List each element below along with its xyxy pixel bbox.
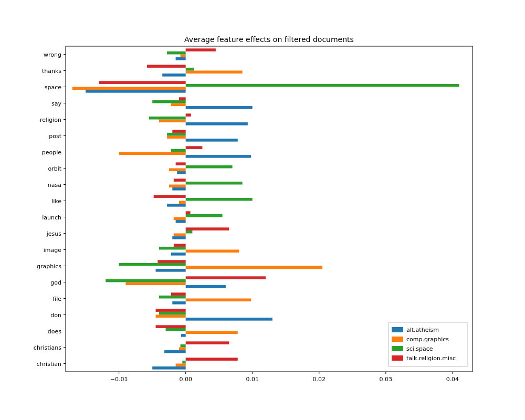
bar-religion-sci.space bbox=[149, 117, 186, 120]
bar-christians-talk.religion.misc bbox=[186, 341, 229, 344]
bar-christians-sci.space bbox=[181, 344, 186, 348]
bar-like-comp.graphics bbox=[179, 201, 186, 204]
bar-religion-comp.graphics bbox=[159, 120, 186, 123]
bar-file-comp.graphics bbox=[186, 299, 251, 302]
ytick-label: jesus bbox=[46, 230, 62, 237]
legend-swatch bbox=[392, 327, 403, 332]
bar-say-alt.atheism bbox=[186, 106, 253, 109]
bar-thanks-alt.atheism bbox=[162, 74, 185, 77]
ytick-layer: christianchristiansdoesdonfilegodgraphic… bbox=[34, 51, 66, 368]
chart-title: Average feature effects on filtered docu… bbox=[184, 35, 354, 44]
bar-people-talk.religion.misc bbox=[186, 146, 203, 149]
legend-label: talk.religion.misc bbox=[406, 355, 456, 362]
legend-swatch bbox=[392, 337, 403, 342]
xtick-label: 0.03 bbox=[380, 376, 393, 383]
bar-christians-comp.graphics bbox=[179, 348, 186, 351]
bar-launch-comp.graphics bbox=[174, 217, 186, 220]
ytick-label: religion bbox=[40, 117, 61, 123]
bar-post-sci.space bbox=[167, 133, 186, 136]
bar-wrong-comp.graphics bbox=[181, 55, 186, 58]
bar-people-comp.graphics bbox=[119, 152, 186, 155]
bar-graphics-sci.space bbox=[119, 263, 186, 266]
ytick-label: post bbox=[49, 133, 61, 140]
xtick-label: 0.01 bbox=[246, 376, 259, 383]
ytick-label: launch bbox=[42, 214, 61, 221]
bar-say-comp.graphics bbox=[171, 103, 186, 107]
bar-wrong-sci.space bbox=[167, 51, 186, 55]
bar-graphics-talk.religion.misc bbox=[158, 260, 185, 263]
ytick-label: say bbox=[51, 100, 61, 107]
bar-god-talk.religion.misc bbox=[186, 276, 266, 279]
bar-christians-alt.atheism bbox=[164, 350, 186, 353]
ytick-label: thanks bbox=[42, 68, 61, 75]
ytick-label: wrong bbox=[44, 51, 61, 58]
bar-image-talk.religion.misc bbox=[174, 244, 186, 247]
ytick-label: file bbox=[52, 296, 61, 302]
bar-does-talk.religion.misc bbox=[156, 325, 186, 328]
bar-nasa-talk.religion.misc bbox=[174, 178, 186, 182]
bar-people-sci.space bbox=[171, 149, 186, 152]
bar-launch-alt.atheism bbox=[176, 220, 186, 223]
ytick-label: image bbox=[44, 247, 61, 254]
bar-people-alt.atheism bbox=[186, 155, 251, 158]
ytick-label: christians bbox=[34, 344, 61, 351]
bar-don-alt.atheism bbox=[186, 318, 272, 321]
xtick-layer: −0.010.000.010.020.030.04 bbox=[110, 372, 459, 383]
ytick-label: christian bbox=[37, 361, 61, 368]
bar-christian-alt.atheism bbox=[152, 366, 186, 370]
bar-thanks-talk.religion.misc bbox=[147, 65, 186, 68]
xtick-label: −0.01 bbox=[110, 376, 128, 383]
bar-say-sci.space bbox=[152, 100, 186, 103]
bar-like-talk.religion.misc bbox=[154, 195, 186, 198]
ytick-label: space bbox=[45, 84, 62, 91]
bar-launch-sci.space bbox=[186, 214, 223, 217]
bar-wrong-alt.atheism bbox=[176, 57, 186, 60]
legend: alt.atheismcomp.graphicssci.spacetalk.re… bbox=[388, 322, 467, 366]
bar-file-talk.religion.misc bbox=[171, 292, 186, 296]
ytick-label: don bbox=[50, 312, 61, 319]
ytick-label: like bbox=[51, 198, 61, 205]
bar-image-sci.space bbox=[159, 247, 186, 250]
bar-post-alt.atheism bbox=[186, 139, 238, 142]
bar-god-sci.space bbox=[106, 279, 185, 282]
xtick-label: 0.00 bbox=[179, 376, 192, 383]
bar-like-sci.space bbox=[186, 198, 253, 201]
bar-don-talk.religion.misc bbox=[156, 309, 186, 312]
ytick-label: people bbox=[42, 149, 62, 156]
bar-graphics-alt.atheism bbox=[156, 269, 186, 272]
ytick-label: graphics bbox=[37, 263, 61, 270]
ytick-label: god bbox=[50, 279, 61, 286]
ytick-label: nasa bbox=[48, 182, 61, 188]
bar-thanks-sci.space bbox=[186, 68, 194, 71]
bar-orbit-comp.graphics bbox=[169, 169, 186, 172]
bar-jesus-talk.religion.misc bbox=[186, 227, 229, 230]
legend-label: comp.graphics bbox=[406, 336, 449, 343]
bar-christian-comp.graphics bbox=[176, 364, 186, 367]
bar-wrong-talk.religion.misc bbox=[186, 48, 216, 51]
bar-don-sci.space bbox=[159, 312, 186, 315]
bars-layer bbox=[72, 48, 459, 369]
bar-say-talk.religion.misc bbox=[179, 97, 186, 100]
bar-god-alt.atheism bbox=[186, 285, 226, 288]
bar-does-alt.atheism bbox=[181, 334, 186, 337]
ytick-label: orbit bbox=[48, 165, 61, 172]
bar-image-alt.atheism bbox=[171, 253, 186, 256]
bar-post-comp.graphics bbox=[167, 136, 186, 139]
bar-space-talk.religion.misc bbox=[99, 81, 186, 84]
bar-religion-alt.atheism bbox=[186, 122, 248, 125]
bar-space-sci.space bbox=[186, 84, 459, 87]
xtick-label: 0.04 bbox=[446, 376, 459, 383]
bar-does-sci.space bbox=[166, 328, 186, 331]
legend-label: alt.atheism bbox=[406, 327, 439, 333]
bar-file-alt.atheism bbox=[172, 301, 185, 304]
bar-christian-talk.religion.misc bbox=[186, 358, 238, 361]
xtick-label: 0.02 bbox=[313, 376, 326, 383]
bar-file-sci.space bbox=[159, 296, 186, 299]
bar-nasa-sci.space bbox=[186, 182, 243, 185]
legend-swatch bbox=[392, 355, 403, 361]
bar-christian-sci.space bbox=[182, 361, 185, 364]
bar-post-talk.religion.misc bbox=[172, 130, 185, 133]
bar-space-alt.atheism bbox=[86, 90, 186, 93]
bar-thanks-comp.graphics bbox=[186, 71, 243, 74]
bar-religion-talk.religion.misc bbox=[186, 113, 191, 117]
